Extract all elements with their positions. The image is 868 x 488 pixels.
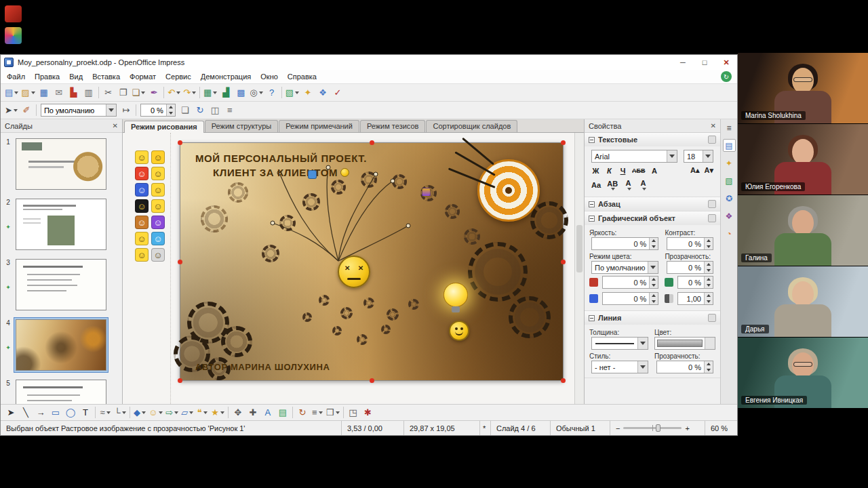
line-transparency-spinner[interactable]: 0 % bbox=[656, 361, 713, 373]
help-icon[interactable]: ? bbox=[264, 86, 279, 100]
red-spinner[interactable]: 0 % bbox=[602, 276, 658, 289]
paragraph-section-header[interactable]: Абзац bbox=[585, 197, 720, 211]
display-grid-icon[interactable]: ▩ bbox=[233, 86, 248, 100]
collapse-icon[interactable] bbox=[589, 137, 595, 143]
rectangle-icon[interactable]: ▭ bbox=[48, 406, 63, 420]
decrease-font-button[interactable]: А▾ bbox=[703, 164, 715, 177]
print-icon[interactable]: ▥ bbox=[81, 86, 96, 100]
properties-tab-icon[interactable]: ▤ bbox=[723, 139, 736, 152]
slide-canvas[interactable]: МОЙ ПЕРСОНАЛЬНЫЙ ПРОЕКТ. КЛИЕНТ ЗА КЛИЕН… bbox=[180, 142, 564, 381]
line-section-header[interactable]: Линия bbox=[585, 311, 720, 325]
copy-icon[interactable]: ❐ bbox=[116, 86, 131, 100]
slide-transition-icon[interactable]: ✦ bbox=[5, 224, 11, 230]
emoji-object-icon[interactable]: ☺ bbox=[135, 199, 149, 213]
zoom-icon[interactable]: ◎ bbox=[248, 86, 264, 100]
emoji-object-icon[interactable]: ☺ bbox=[135, 183, 149, 197]
menu-help[interactable]: Справка bbox=[283, 71, 321, 82]
text-icon[interactable]: Т bbox=[78, 406, 93, 420]
font-name-select[interactable]: Arial bbox=[591, 150, 677, 163]
contrast-spinner[interactable]: 0 % bbox=[667, 237, 713, 250]
redo-icon[interactable]: ↷ bbox=[182, 86, 197, 100]
color-mode-select[interactable]: По умолчанию bbox=[591, 261, 658, 274]
view-tab-4[interactable]: Режим тезисов bbox=[360, 120, 426, 132]
slide-transition-icon[interactable]: ✦ bbox=[5, 284, 11, 291]
slides-panel-close-icon[interactable]: ✕ bbox=[113, 122, 118, 129]
properties-close-icon[interactable]: ✕ bbox=[711, 122, 716, 129]
view-tab-2[interactable]: Режим структуры bbox=[205, 120, 279, 132]
emoji-object-icon[interactable]: ☺ bbox=[135, 150, 149, 164]
section-more-icon[interactable] bbox=[708, 214, 716, 222]
selection-handle[interactable] bbox=[178, 140, 182, 145]
zoom-out-button[interactable]: − bbox=[616, 424, 620, 432]
line-width-select[interactable] bbox=[591, 337, 648, 350]
block-arrows-icon[interactable]: ⇨ bbox=[164, 406, 180, 420]
shadow-icon[interactable]: ❏ bbox=[178, 104, 193, 117]
video-tile[interactable]: Евгения Ивницкая bbox=[738, 338, 868, 409]
extrusion-icon[interactable]: ◳ bbox=[346, 406, 361, 420]
emoji-object-icon[interactable]: ☺ bbox=[151, 167, 165, 180]
change-case-button[interactable]: Аа bbox=[589, 178, 603, 191]
view-tab-3[interactable]: Режим примечаний bbox=[279, 120, 359, 132]
maximize-button[interactable]: □ bbox=[694, 55, 715, 70]
line-color-select[interactable] bbox=[654, 337, 715, 350]
slide-thumbnail-3[interactable] bbox=[16, 259, 106, 310]
menu-window[interactable]: Окно bbox=[256, 71, 283, 82]
video-tile[interactable]: Юлия Егоренкова bbox=[738, 124, 868, 195]
slide-transition-icon[interactable]: ✦ bbox=[5, 344, 11, 351]
view-tab-5[interactable]: Сортировщик слайдов bbox=[426, 120, 517, 132]
sidebar-menu-icon[interactable]: ≡ bbox=[723, 121, 736, 134]
flowchart-icon[interactable]: ▱ bbox=[180, 406, 195, 420]
export-pdf-icon[interactable]: ▙ bbox=[66, 86, 81, 100]
collapse-icon[interactable] bbox=[589, 201, 595, 207]
video-tile[interactable]: Marina Sholukhina bbox=[738, 53, 868, 124]
new-document-icon[interactable]: ▤ bbox=[3, 86, 20, 100]
emoji-object-icon[interactable]: ☺ bbox=[151, 248, 165, 262]
font-size-select[interactable]: 18 bbox=[684, 150, 713, 163]
emoji-object-icon[interactable]: ☺ bbox=[151, 199, 165, 213]
line-icon[interactable]: ╲ bbox=[18, 406, 33, 420]
line-style-select[interactable]: - нет - bbox=[591, 361, 648, 373]
selection-handle[interactable] bbox=[178, 378, 182, 383]
interaction-icon[interactable]: ✱ bbox=[361, 406, 376, 420]
char-spacing-button[interactable]: АВ bbox=[605, 178, 620, 191]
format-paintbrush-icon[interactable]: ✒ bbox=[146, 86, 161, 100]
gallery-tab-icon[interactable]: ▧ bbox=[723, 174, 736, 187]
spellcheck-icon[interactable]: ✓ bbox=[330, 86, 345, 100]
gallery-icon[interactable]: ▧ bbox=[284, 86, 300, 100]
curve-icon[interactable]: ≈ bbox=[98, 406, 113, 420]
collapse-icon[interactable] bbox=[589, 216, 595, 222]
paste-icon[interactable]: ❏ bbox=[131, 86, 147, 100]
slide-thumbnail-5[interactable] bbox=[16, 380, 106, 404]
brightness-spinner[interactable]: 0 % bbox=[591, 237, 658, 250]
arrow-line-icon[interactable]: → bbox=[33, 406, 48, 420]
selection-handle[interactable] bbox=[370, 140, 374, 145]
zoom-slider[interactable] bbox=[623, 427, 682, 429]
strikethrough-button[interactable]: АБВ bbox=[630, 164, 647, 177]
desktop-app-icon-colorful[interactable] bbox=[5, 27, 22, 44]
selection-handle[interactable] bbox=[561, 260, 566, 264]
symbol-shapes-icon[interactable]: ☺ bbox=[147, 406, 164, 420]
text-section-header[interactable]: Текстовые bbox=[585, 133, 720, 146]
desktop-app-icon-red[interactable] bbox=[5, 5, 22, 22]
open-icon[interactable]: ▨ bbox=[20, 86, 36, 100]
cut-icon[interactable]: ✂ bbox=[101, 86, 116, 100]
italic-button[interactable]: К bbox=[603, 164, 616, 177]
menu-insert[interactable]: Вставка bbox=[87, 71, 125, 82]
section-more-icon[interactable] bbox=[708, 136, 716, 144]
font-color-button[interactable]: А bbox=[622, 178, 635, 191]
update-icon[interactable]: ↻ bbox=[721, 71, 732, 82]
graphic-section-header[interactable]: Графический объект bbox=[585, 211, 720, 225]
glue-points-icon[interactable]: ✚ bbox=[245, 406, 260, 420]
navigator-icon[interactable]: ✦ bbox=[300, 86, 315, 100]
fontwork-icon[interactable]: А bbox=[260, 406, 275, 420]
zoom-in-button[interactable]: + bbox=[685, 424, 689, 432]
master-pages-tab-icon[interactable]: ◔ bbox=[723, 227, 736, 240]
zoom-percentage[interactable]: 60 % bbox=[705, 421, 737, 435]
rotate-icon[interactable]: ↻ bbox=[193, 104, 208, 117]
menu-format[interactable]: Формат bbox=[125, 71, 161, 82]
selection-handle[interactable] bbox=[370, 378, 374, 383]
collapse-icon[interactable] bbox=[589, 315, 595, 321]
menu-file[interactable]: Файл bbox=[2, 71, 30, 82]
ellipse-icon[interactable]: ◯ bbox=[63, 406, 78, 420]
email-icon[interactable]: ✉ bbox=[52, 86, 66, 100]
